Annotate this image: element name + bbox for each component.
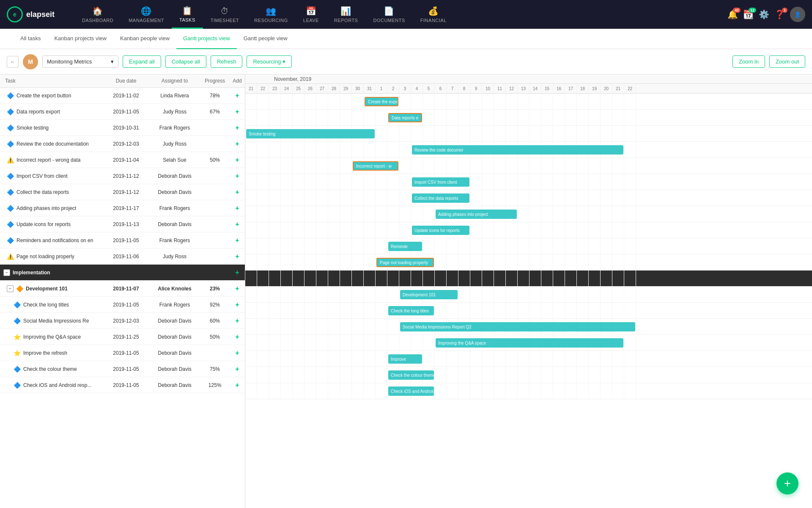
management-icon: 🌐: [141, 6, 152, 16]
calendar-button[interactable]: 📆 12: [743, 9, 754, 19]
gantt-bg-cell: [399, 190, 411, 206]
tab-gantt-projects[interactable]: Gantt projects view: [176, 29, 237, 49]
gantt-chart-row: Data reports e: [245, 110, 812, 126]
due-date-cell: 2019-10-31: [103, 123, 149, 133]
gantt-bg-cell: [565, 110, 577, 126]
gantt-bg-cell: [553, 287, 565, 303]
nav-financial[interactable]: 💰 FINANCIAL: [413, 0, 454, 29]
gantt-bg-cell: [518, 351, 529, 367]
help-button[interactable]: ❓ 1: [774, 9, 785, 19]
add-task-button[interactable]: +: [235, 172, 239, 179]
zoom-in-button[interactable]: Zoom in: [732, 55, 765, 68]
gantt-bg-cell: [257, 287, 269, 303]
task-name: Review the code documentation: [16, 141, 89, 147]
task-icon-blue: 🔷: [7, 237, 14, 244]
project-selector[interactable]: Monitoring Metrics ▾: [42, 55, 118, 68]
gantt-bg-cell: [245, 174, 257, 190]
gantt-bg-cell: [458, 383, 470, 399]
day-cell: 21: [612, 84, 624, 93]
add-task-button[interactable]: +: [235, 92, 239, 99]
float-add-button[interactable]: +: [776, 472, 798, 494]
gantt-bg-cell: [352, 271, 364, 287]
nav-financial-label: FINANCIAL: [420, 18, 447, 23]
gantt-bg-cell: [399, 174, 411, 190]
task-icon-blue: 🔷: [14, 366, 21, 373]
gantt-bg-cell: [281, 319, 293, 335]
add-task-button[interactable]: +: [235, 108, 239, 115]
tab-gantt-people[interactable]: Gantt people view: [237, 29, 294, 49]
gantt-bg-cell: [577, 367, 589, 383]
add-task-button[interactable]: +: [235, 237, 239, 244]
refresh-button[interactable]: Refresh: [211, 55, 243, 68]
collapse-button[interactable]: −: [7, 285, 14, 292]
nav-tasks[interactable]: 📋 TASKS: [172, 0, 203, 29]
gantt-bg-cell: [529, 351, 541, 367]
user-avatar[interactable]: 👤: [790, 7, 805, 22]
zoom-out-button[interactable]: Zoom out: [769, 55, 805, 68]
nav-dashboard[interactable]: 🏠 DASHBOARD: [74, 0, 121, 29]
gantt-bg-cell: [293, 174, 304, 190]
nav-reports[interactable]: 📊 REPORTS: [326, 0, 365, 29]
settings-button[interactable]: ⚙️: [759, 9, 769, 19]
nav-resourcing[interactable]: 👥 RESOURCING: [247, 0, 296, 29]
resourcing-button[interactable]: Resourcing ▾: [247, 55, 292, 68]
gantt-bg-cell: [541, 126, 553, 142]
task-cell: ⚠️ Incorrect report - wrong data: [0, 155, 103, 165]
expand-all-button[interactable]: Expand all: [123, 55, 161, 68]
toolbar-avatar[interactable]: M: [23, 54, 38, 69]
add-task-button[interactable]: +: [235, 365, 239, 373]
gantt-chart[interactable]: November, 2019 2122232425262728293031123…: [245, 75, 812, 508]
nav-management[interactable]: 🌐 MANAGEMENT: [121, 0, 172, 29]
add-task-button[interactable]: +: [235, 301, 239, 308]
add-task-button[interactable]: +: [235, 188, 239, 196]
add-task-button[interactable]: +: [235, 140, 239, 147]
gantt-bg-cell: [577, 110, 589, 126]
gantt-bg-cell: [506, 238, 518, 254]
gantt-bg-cell: [293, 94, 304, 110]
alert-badge: 42: [733, 8, 741, 13]
gantt-bg-cell: [565, 206, 577, 222]
add-task-button[interactable]: +: [235, 124, 239, 131]
add-task-button[interactable]: +: [235, 204, 239, 212]
progress-cell: 92%: [200, 300, 230, 309]
gantt-bg-cell: [304, 367, 316, 383]
add-task-button[interactable]: +: [235, 349, 239, 356]
table-row: 🔷 Adding phases into project 2019-11-17 …: [0, 200, 245, 216]
gantt-bg-cell: [506, 110, 518, 126]
gantt-bg-cell: [293, 319, 304, 335]
add-task-button[interactable]: +: [235, 221, 239, 228]
nav-leave[interactable]: 📅 LEAVE: [296, 0, 326, 29]
gantt-bg-cell: [340, 303, 352, 319]
task-name: Implementation: [13, 270, 50, 276]
gantt-bg-cell: [364, 206, 376, 222]
assign-cell: Alice Knnoles: [149, 284, 200, 293]
collapse-button[interactable]: −: [3, 269, 10, 276]
back-arrow-button[interactable]: ←: [7, 56, 19, 68]
tab-kanban-people[interactable]: Kanban people view: [113, 29, 176, 49]
tab-kanban-projects[interactable]: Kanban projects view: [47, 29, 113, 49]
gantt-bar: Update icons for reports: [412, 226, 469, 235]
task-name: Import CSV from client: [16, 173, 68, 179]
add-task-button[interactable]: +: [235, 253, 239, 260]
alert-button[interactable]: 🔔 42: [727, 9, 738, 19]
nav-documents[interactable]: 📄 DOCUMENTS: [365, 0, 412, 29]
gantt-bg-cell: [601, 110, 612, 126]
gantt-bg-cell: [281, 94, 293, 110]
add-task-button[interactable]: +: [235, 156, 239, 163]
col-header-task: Task: [0, 75, 103, 87]
gantt-bg-cell: [352, 254, 364, 271]
add-task-button[interactable]: +: [235, 381, 239, 389]
add-task-button[interactable]: +: [235, 317, 239, 324]
add-task-button[interactable]: +: [235, 285, 239, 292]
gantt-bg-cell: [376, 190, 387, 206]
gantt-bg-cell: [435, 238, 447, 254]
nav-timesheet[interactable]: ⏱ TIMESHEET: [203, 0, 247, 29]
add-task-button[interactable]: +: [235, 333, 239, 340]
tab-all-tasks[interactable]: All tasks: [14, 29, 47, 49]
collapse-all-button[interactable]: Collapse all: [165, 55, 206, 68]
gantt-bg-cell: [565, 238, 577, 254]
gantt-month-row: November, 2019: [245, 75, 812, 84]
add-task-button[interactable]: +: [235, 269, 239, 276]
nav-management-label: MANAGEMENT: [129, 18, 164, 23]
gantt-bg-cell: [458, 126, 470, 142]
